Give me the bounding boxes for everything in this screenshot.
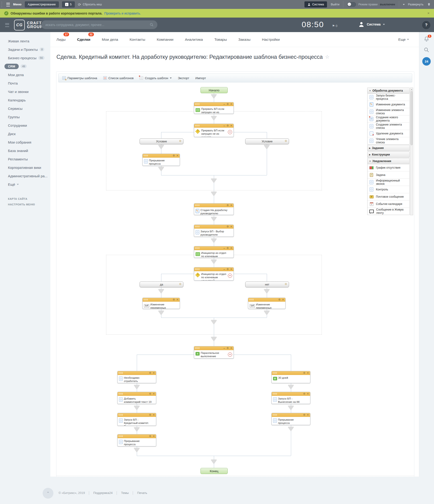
import-button[interactable]: Импорт <box>195 76 206 80</box>
current-user-menu[interactable]: Система <box>358 21 386 27</box>
drag-handle-icon[interactable] <box>195 347 199 349</box>
end-node[interactable]: Конец <box>200 468 228 474</box>
logout-link[interactable]: Выйти <box>331 3 339 6</box>
collapse-icon[interactable]: – <box>223 247 225 249</box>
administration-button[interactable]: Администрирование <box>25 1 59 8</box>
close-alert-icon[interactable]: ✕ <box>427 11 430 15</box>
help-button[interactable]: ? <box>422 20 431 30</box>
template-params-button[interactable]: Параметры шаблона <box>62 76 97 80</box>
settings-icon[interactable]: ⚙ <box>226 103 229 105</box>
close-icon[interactable]: ✕ <box>230 247 232 249</box>
drag-handle-icon[interactable] <box>195 226 199 227</box>
sidebar-item-employees[interactable]: Сотрудники <box>0 121 50 129</box>
close-icon[interactable]: ✕ <box>230 268 232 270</box>
tab-deals[interactable]: Сделки32 <box>77 37 90 42</box>
palette-item-mail-message[interactable]: @Почтовое сообщение <box>368 193 409 200</box>
topbar-menu[interactable]: Меню <box>13 3 22 6</box>
sidebar-item-chat[interactable]: Чат и звонки <box>0 87 50 96</box>
bp-node-parallel[interactable]: –⚙✕ +Параллельное выполнение + <box>194 346 234 359</box>
themes-link[interactable]: Темы <box>121 491 129 495</box>
search-input[interactable] <box>45 23 150 27</box>
settings-icon[interactable]: ⚙ <box>149 435 151 438</box>
condition-branch-right[interactable]: Условие⚙ <box>245 138 289 144</box>
messenger-button[interactable]: 24 <box>422 57 431 66</box>
menu-burger-icon[interactable] <box>6 3 10 6</box>
bp-node-rework-remarks[interactable]: ⚙✕ Необходимо отработать замечания служб <box>117 371 156 383</box>
palette-item-delete-document[interactable]: Удаление документа <box>368 130 409 137</box>
bp-node-start-bp-credit-check[interactable]: ⚙✕ Запуск БП - Кредитный комитет. Провер… <box>117 413 156 426</box>
add-branch-icon[interactable]: + <box>228 352 232 357</box>
export-button[interactable]: Экспорт <box>178 76 189 80</box>
sidebar-item-admin[interactable]: Административный ра... <box>0 172 50 180</box>
settings-icon[interactable]: ⚙ <box>226 247 229 249</box>
settings-icon[interactable]: ⚙ <box>149 414 151 416</box>
palette-item-edit-document[interactable]: Изменение документа <box>368 101 409 108</box>
palette-item-control[interactable]: Контроль <box>368 186 409 193</box>
bp-node-initiator-group[interactable]: –⚙✕ Инициатор из отдел по ключевым клиен… <box>194 246 234 258</box>
node-header[interactable]: ⚙✕ <box>118 371 156 375</box>
notifications-button[interactable]: 1 <box>423 36 430 42</box>
settings-icon[interactable]: ⚙ <box>285 282 287 286</box>
drag-handle-icon[interactable] <box>119 372 123 374</box>
node-header[interactable]: ⚙✕ <box>194 225 234 229</box>
bp-node-interrupt-process-left[interactable]: ⚙✕ Прерывание процесса <box>117 434 156 446</box>
drag-handle-icon[interactable] <box>249 299 254 300</box>
print-link[interactable]: Печать <box>137 491 147 495</box>
settings-icon[interactable]: ⚙ <box>303 393 305 395</box>
close-icon[interactable]: ✕ <box>153 435 155 438</box>
drag-handle-icon[interactable] <box>195 103 199 105</box>
palette-section-notifications[interactable]: ▼Уведомления <box>367 158 410 164</box>
sidebar-item-drive[interactable]: Диск <box>0 129 50 138</box>
node-header[interactable]: –⚙✕ <box>194 102 234 106</box>
settings-icon[interactable]: ⚙ <box>285 139 287 143</box>
settings-icon[interactable]: ⚙ <box>179 282 181 286</box>
drag-handle-icon[interactable] <box>195 125 199 126</box>
sidebar-item-groups[interactable]: Группы <box>0 113 50 121</box>
palette-section-constructions[interactable]: ▶Конструкции <box>367 152 410 158</box>
node-header[interactable]: ⚙✕ <box>272 371 310 375</box>
close-icon[interactable]: ✕ <box>230 103 232 105</box>
bp-node-pause-30-days[interactable]: ⚙✕ 30 дней <box>271 371 310 383</box>
palette-item-start-bp[interactable]: Запуск бизнес-процесса <box>368 94 409 101</box>
bp-canvas[interactable]: Начало Конец –⚙✕ Прервать БП если запуще… <box>56 82 414 476</box>
sidebar-item-services[interactable]: Сервисы <box>0 104 50 113</box>
global-search[interactable] <box>41 20 157 29</box>
start-node[interactable]: Начало <box>200 87 228 93</box>
sidebar-item-tasks[interactable]: Задачи и Проекты8 <box>0 45 50 54</box>
condition-branch-no[interactable]: нет⚙ <box>245 281 289 287</box>
bp-node-initiator-question[interactable]: –⚙✕ Инициатор из отдел по ключевым клиен… <box>194 267 234 280</box>
close-icon[interactable]: ✕ <box>307 393 309 395</box>
toggle-knob[interactable] <box>348 3 351 6</box>
tab-leads[interactable]: Лиды17 <box>56 37 66 42</box>
template-list-button[interactable]: Список шаблонов <box>103 76 134 80</box>
bp-node-terminate-if-wrong[interactable]: –⚙✕ Прервать БП если запущен не из нужно… <box>194 102 234 114</box>
tab-orders[interactable]: Заказы <box>238 37 251 42</box>
node-header[interactable]: ⚙✕ <box>272 392 310 396</box>
palette-section-document-processing[interactable]: ▼Обработка документа <box>367 88 410 94</box>
bp-node-interrupt-process-right[interactable]: ⚙✕ Прерывание процесса <box>271 413 310 425</box>
sidebar-item-knowledge-base[interactable]: База знаний <box>0 146 50 155</box>
tab-settings[interactable]: Настройки <box>262 37 280 42</box>
palette-item-read-list-element[interactable]: Чтение элемента списка <box>368 137 409 144</box>
drag-handle-icon[interactable] <box>273 393 277 395</box>
drag-handle-icon[interactable] <box>119 435 123 437</box>
sidebar-item-regulations[interactable]: Регламенты <box>0 155 50 163</box>
collapse-icon[interactable]: – <box>223 125 225 127</box>
drag-handle-icon[interactable] <box>119 414 123 416</box>
sidebar-item-meetings[interactable]: Мои собрания <box>0 138 50 146</box>
palette-item-absence-chart[interactable]: График отсутствия <box>368 164 409 171</box>
node-header[interactable]: –⚙✕ <box>194 124 234 128</box>
node-header[interactable]: ⚙✕ <box>118 392 156 396</box>
node-header[interactable]: ⚙✕ <box>272 413 310 417</box>
settings-icon[interactable]: ⚙ <box>149 372 151 374</box>
scroll-up-icon[interactable]: ▲ <box>410 88 413 91</box>
close-icon[interactable]: ✕ <box>153 393 155 395</box>
condition-branch-yes[interactable]: да⚙ <box>140 281 183 287</box>
drag-handle-icon[interactable] <box>144 155 148 156</box>
pin-icon[interactable] <box>427 3 431 6</box>
settings-icon[interactable]: ⚙ <box>226 347 229 350</box>
collapse-icon[interactable]: – <box>223 268 225 270</box>
drag-handle-icon[interactable] <box>195 247 199 249</box>
sidebar-item-my-activities[interactable]: Мои дела <box>0 71 50 79</box>
sidebar-item-live-feed[interactable]: Живая лента <box>0 37 50 45</box>
